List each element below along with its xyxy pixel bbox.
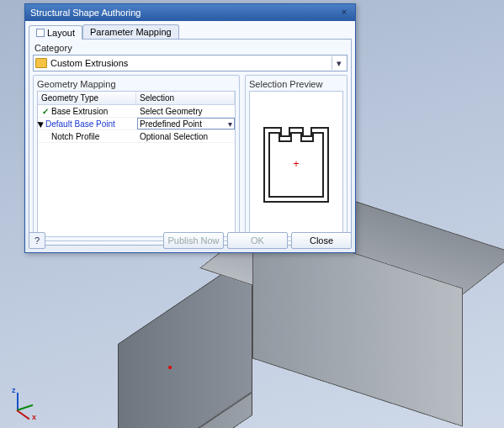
row-default-base-point[interactable]: Default Base Point Predefined Point▾ [38, 118, 235, 130]
z-axis-label: z [12, 386, 16, 394]
dialog-body: Category Custom Extrusions ▾ Geometry Ma… [29, 39, 352, 246]
axis-triad[interactable]: z x [7, 388, 40, 421]
close-icon[interactable]: × [338, 7, 350, 18]
help-button[interactable]: ? [29, 232, 45, 249]
cell-type: Notch Profile [51, 132, 99, 141]
tab-layout-label: Layout [47, 28, 75, 38]
structural-shape-authoring-dialog: Structural Shape Authoring × Layout Para… [24, 3, 356, 253]
dialog-titlebar[interactable]: Structural Shape Authoring × [25, 4, 355, 21]
category-value: Custom Extrusions [50, 58, 128, 68]
x-axis [16, 410, 29, 420]
selection-preview-group: Selection Preview + [245, 75, 347, 241]
check-icon: ✓ [41, 107, 50, 116]
viewport-3d[interactable]: z x Structural Shape Authoring × Layout … [0, 0, 504, 428]
cell-selection: Select Geometry [140, 107, 202, 116]
geometry-mapping-group: Geometry Mapping Geometry Type Selection… [33, 75, 240, 241]
chevron-down-icon[interactable]: ▾ [228, 119, 232, 129]
cell-selection: Optional Selection [140, 132, 208, 141]
tab-param-label: Parameter Mapping [90, 27, 172, 37]
geometry-mapping-title: Geometry Mapping [37, 79, 236, 89]
tab-layout[interactable]: Layout [29, 25, 82, 40]
close-button[interactable]: Close [291, 232, 352, 249]
publish-now-button[interactable]: Publish Now [163, 232, 224, 249]
cell-selection: Predefined Point [140, 119, 202, 129]
selection-dropdown-cell[interactable]: Predefined Point▾ [137, 118, 235, 129]
base-point-marker [168, 366, 172, 369]
row-base-extrusion[interactable]: ✓Base Extrusion Select Geometry [38, 105, 235, 118]
folder-icon [35, 58, 47, 68]
category-label: Category [34, 43, 347, 53]
tab-strip: Layout Parameter Mapping [29, 24, 352, 39]
grid-header: Geometry Type Selection [38, 92, 235, 105]
col-selection: Selection [136, 92, 235, 104]
model-face-side [118, 253, 252, 428]
selection-preview-title: Selection Preview [249, 79, 343, 89]
crosshair-icon: + [293, 158, 299, 170]
dialog-footer: ? Publish Now OK Close [29, 232, 352, 249]
cell-type: Default Base Point [45, 119, 115, 129]
dialog-title: Structural Shape Authoring [30, 8, 141, 18]
selection-preview-canvas: + [249, 91, 343, 237]
ok-button[interactable]: OK [227, 232, 288, 249]
cell-type: Base Extrusion [51, 107, 108, 116]
layout-tab-icon [36, 29, 45, 37]
x-axis-label: x [32, 413, 36, 421]
cursor-icon [37, 119, 45, 128]
tab-parameter-mapping[interactable]: Parameter Mapping [82, 24, 179, 39]
geometry-mapping-grid[interactable]: Geometry Type Selection ✓Base Extrusion … [37, 91, 236, 237]
chevron-down-icon[interactable]: ▾ [332, 56, 345, 70]
col-geometry-type: Geometry Type [38, 92, 136, 104]
row-notch-profile[interactable]: Notch Profile Optional Selection [38, 130, 235, 143]
category-dropdown[interactable]: Custom Extrusions ▾ [33, 55, 347, 71]
